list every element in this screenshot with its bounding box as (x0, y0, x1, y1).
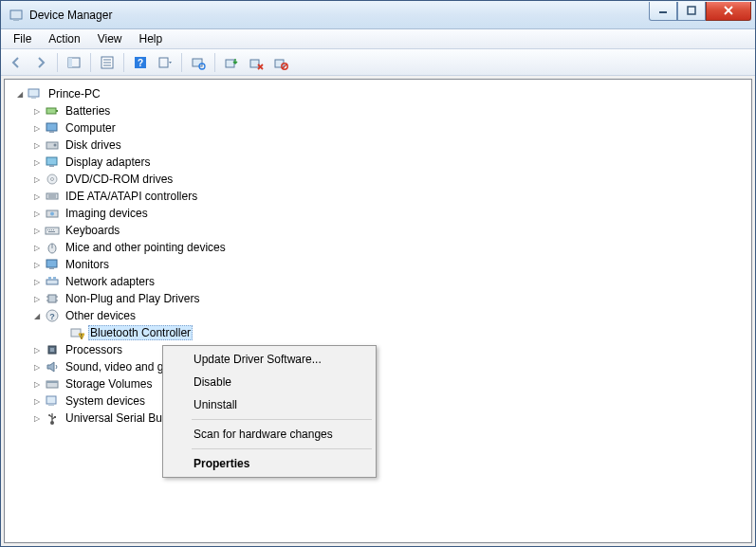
ctx-update-driver[interactable]: Update Driver Software... (165, 348, 374, 371)
tree-root-label: Prince-PC (46, 86, 102, 101)
expander-icon[interactable]: ▷ (31, 259, 43, 270)
uninstall-button[interactable] (245, 51, 267, 74)
svg-rect-64 (48, 404, 54, 406)
svg-point-67 (48, 414, 50, 416)
maximize-button[interactable] (677, 2, 706, 21)
tree-category-disk-drives[interactable]: ▷ Disk drives (10, 137, 751, 154)
svg-rect-15 (226, 60, 234, 67)
tree-category-label: Monitors (64, 257, 111, 272)
toolbar-separator (57, 53, 58, 72)
menu-view[interactable]: View (89, 30, 131, 47)
ctx-properties[interactable]: Properties (165, 452, 374, 475)
tree-category-imaging[interactable]: ▷ Imaging devices (10, 205, 751, 222)
tree-device-label: Bluetooth Controller (88, 325, 193, 340)
expander-icon[interactable]: ▷ (31, 378, 43, 390)
expander-icon[interactable]: ▷ (31, 276, 43, 287)
tree-category-network[interactable]: ▷ Network adapters (10, 273, 751, 290)
mouse-icon (45, 240, 60, 255)
svg-point-27 (54, 144, 57, 147)
back-button[interactable] (5, 51, 28, 74)
tree-category-system[interactable]: ▷ System devices (10, 392, 751, 410)
svg-rect-23 (56, 110, 58, 112)
expander-icon[interactable]: ▷ (31, 122, 43, 134)
svg-rect-46 (49, 267, 54, 269)
ctx-uninstall[interactable]: Uninstall (165, 393, 374, 416)
tree-category-display-adapters[interactable]: ▷ Display adapters (10, 154, 751, 171)
svg-rect-62 (46, 381, 58, 383)
ctx-separator (192, 448, 372, 449)
expander-icon[interactable]: ▷ (31, 412, 43, 424)
tree-category-usb[interactable]: ▷ Universal Serial Bus controllers (10, 410, 751, 427)
context-menu: Update Driver Software... Disable Uninst… (162, 345, 377, 478)
tree-category-label: Mice and other pointing devices (64, 240, 228, 255)
update-driver-button[interactable] (220, 51, 243, 74)
expander-icon[interactable]: ◢ (14, 88, 26, 100)
tree-category-batteries[interactable]: ▷ Batteries (10, 102, 751, 119)
expander-icon[interactable]: ▷ (31, 105, 43, 117)
expander-icon[interactable]: ▷ (31, 361, 43, 373)
ctx-scan[interactable]: Scan for hardware changes (165, 423, 374, 446)
tree-category-label: System devices (64, 393, 147, 409)
expander-icon[interactable]: ▷ (31, 395, 43, 407)
help-button[interactable]: ? (129, 51, 152, 74)
svg-point-36 (50, 212, 54, 216)
ctx-disable[interactable]: Disable (165, 371, 374, 393)
expander-icon[interactable]: ▷ (31, 139, 43, 151)
monitor-icon (45, 257, 60, 272)
expander-icon[interactable]: ▷ (31, 191, 43, 202)
svg-rect-48 (48, 277, 51, 280)
expander-icon[interactable]: ▷ (31, 293, 43, 304)
tree-category-label: IDE ATA/ATAPI controllers (64, 189, 199, 204)
menu-help[interactable]: Help (131, 30, 172, 47)
tree-category-keyboards[interactable]: ▷ Keyboards (10, 222, 751, 239)
svg-rect-40 (51, 229, 52, 230)
svg-text:?: ? (49, 312, 55, 321)
expander-icon[interactable]: ◢ (31, 310, 43, 321)
camera-icon (45, 206, 60, 221)
cpu-icon (45, 342, 60, 357)
properties-button[interactable] (96, 51, 119, 74)
tree-category-ide[interactable]: ▷ IDE ATA/ATAPI controllers (10, 188, 751, 205)
device-tree-panel: ◢ Prince-PC ▷ Batteries ▷ Computer ▷ (4, 79, 752, 543)
device-manager-window: Device Manager File Action View Help ? (0, 0, 756, 547)
tree-category-sound[interactable]: ▷ Sound, video and game controllers (10, 358, 751, 375)
tree-category-computer[interactable]: ▷ Computer (10, 119, 751, 137)
toolbar: ? (1, 49, 755, 76)
expander-icon[interactable]: ▷ (31, 208, 43, 219)
minimize-button[interactable] (649, 2, 677, 21)
svg-text:!: ! (81, 333, 83, 339)
svg-rect-32 (46, 193, 58, 199)
show-hide-console-tree-button[interactable] (63, 51, 85, 74)
tree-device-bluetooth[interactable]: ▷ ! Bluetooth Controller (10, 324, 751, 341)
tree-category-monitors[interactable]: ▷ Monitors (10, 256, 751, 273)
tree-category-mice[interactable]: ▷ Mice and other pointing devices (10, 239, 751, 256)
tree-category-other[interactable]: ◢ ? Other devices (10, 307, 751, 324)
action-dropdown-button[interactable] (154, 51, 176, 74)
disable-button[interactable] (269, 51, 292, 74)
svg-rect-60 (50, 348, 54, 352)
svg-rect-41 (53, 229, 54, 230)
expander-icon[interactable]: ▷ (31, 173, 43, 185)
expander-icon[interactable]: ▷ (31, 156, 43, 168)
tree-category-label: Processors (64, 342, 124, 357)
scan-hardware-button[interactable] (187, 51, 210, 74)
tree-category-processors[interactable]: ▷ Processors (10, 341, 751, 358)
svg-rect-21 (31, 97, 36, 99)
menu-action[interactable]: Action (40, 30, 88, 47)
svg-rect-68 (54, 416, 56, 418)
toolbar-separator (214, 53, 215, 72)
keyboard-icon (45, 223, 60, 238)
system-icon (45, 393, 60, 409)
forward-button[interactable] (29, 51, 52, 74)
content-area: ◢ Prince-PC ▷ Batteries ▷ Computer ▷ (1, 76, 755, 546)
tree-category-nonpnp[interactable]: ▷ Non-Plug and Play Drivers (10, 290, 751, 307)
expander-icon[interactable]: ▷ (31, 344, 43, 356)
menu-file[interactable]: File (5, 30, 40, 47)
tree-category-storage[interactable]: ▷ Storage Volumes (10, 375, 751, 392)
expander-icon[interactable]: ▷ (31, 225, 43, 236)
tree-category-dvd-cd[interactable]: ▷ DVD/CD-ROM drives (10, 171, 751, 188)
expander-icon[interactable]: ▷ (31, 242, 43, 253)
close-button[interactable] (706, 2, 751, 21)
tree-root[interactable]: ◢ Prince-PC (10, 85, 751, 102)
app-icon (9, 8, 24, 23)
